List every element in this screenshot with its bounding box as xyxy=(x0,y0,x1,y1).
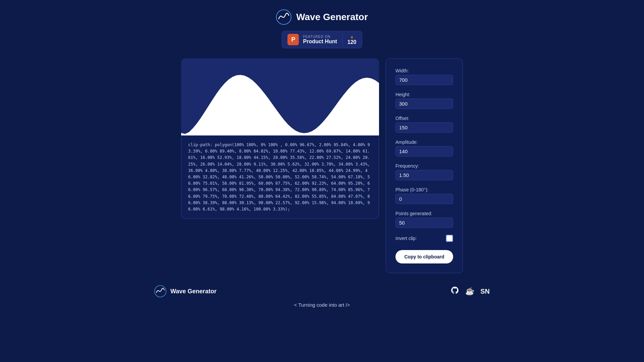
frequency-label: Frequency: xyxy=(395,163,453,169)
svg-rect-2 xyxy=(181,58,379,135)
ph-featured-label: FEATURED ON xyxy=(303,35,337,39)
github-icon[interactable] xyxy=(450,286,459,297)
footer-title: Wave Generator xyxy=(170,288,216,295)
ph-product-hunt-label: Product Hunt xyxy=(303,39,337,45)
wave-display xyxy=(181,58,379,135)
product-hunt-logo: P xyxy=(287,34,299,45)
amplitude-control: Amplitude: xyxy=(395,139,453,157)
height-input[interactable] xyxy=(395,99,453,109)
height-label: Height: xyxy=(395,92,453,97)
logo-row: Wave Generator xyxy=(276,9,368,25)
main-content: clip-path: polygon(100% 100%, 0% 100% , … xyxy=(181,58,463,273)
controls-panel: Width: Height: Offset: Amplitude: Freque… xyxy=(386,58,463,273)
points-label: Points generated: xyxy=(395,211,453,216)
ph-text-group: FEATURED ON Product Hunt xyxy=(303,35,337,45)
invert-label: Invert clip: xyxy=(395,236,417,241)
code-text: clip-path: polygon(100% 100%, 0% 100% , … xyxy=(188,142,370,212)
width-control: Width: xyxy=(395,68,453,85)
footer-icons: ☕ SN xyxy=(450,286,490,297)
wave-svg xyxy=(181,58,379,135)
invert-checkbox[interactable] xyxy=(446,235,453,242)
copy-to-clipboard-button[interactable]: Copy to clipboard xyxy=(395,250,453,263)
code-output: clip-path: polygon(100% 100%, 0% 100% , … xyxy=(181,135,379,219)
app-logo-icon xyxy=(276,9,291,25)
footer: Wave Generator ☕ SN < Turning code into … xyxy=(0,285,644,308)
product-hunt-badge[interactable]: P FEATURED ON Product Hunt ▲ 120 xyxy=(282,31,362,48)
phase-label: Phase (0-180°): xyxy=(395,187,453,192)
ph-count: 120 xyxy=(347,39,357,45)
sn-icon[interactable]: SN xyxy=(480,288,490,295)
points-input[interactable] xyxy=(395,218,453,228)
amplitude-input[interactable] xyxy=(395,146,453,157)
footer-tagline: < Turning code into art /> xyxy=(294,302,350,308)
frequency-input[interactable] xyxy=(395,170,453,180)
offset-input[interactable] xyxy=(395,122,453,133)
points-control: Points generated: xyxy=(395,211,453,228)
frequency-control: Frequency: xyxy=(395,163,453,180)
footer-logo-icon xyxy=(154,285,166,297)
offset-control: Offset: xyxy=(395,116,453,133)
coffee-icon[interactable]: ☕ xyxy=(465,287,474,296)
ph-count-block: ▲ 120 xyxy=(342,34,357,45)
app-title: Wave Generator xyxy=(296,12,368,22)
footer-logo-row: Wave Generator xyxy=(154,285,216,297)
footer-row: Wave Generator ☕ SN xyxy=(154,285,490,297)
header: Wave Generator P FEATURED ON Product Hun… xyxy=(276,9,368,48)
width-label: Width: xyxy=(395,68,453,73)
phase-control: Phase (0-180°): xyxy=(395,187,453,204)
amplitude-label: Amplitude: xyxy=(395,139,453,145)
width-input[interactable] xyxy=(395,75,453,85)
phase-input[interactable] xyxy=(395,194,453,204)
ph-arrow-icon: ▲ xyxy=(350,34,354,39)
height-control: Height: xyxy=(395,92,453,109)
offset-label: Offset: xyxy=(395,116,453,121)
invert-control: Invert clip: xyxy=(395,235,453,242)
left-panel: clip-path: polygon(100% 100%, 0% 100% , … xyxy=(181,58,379,219)
